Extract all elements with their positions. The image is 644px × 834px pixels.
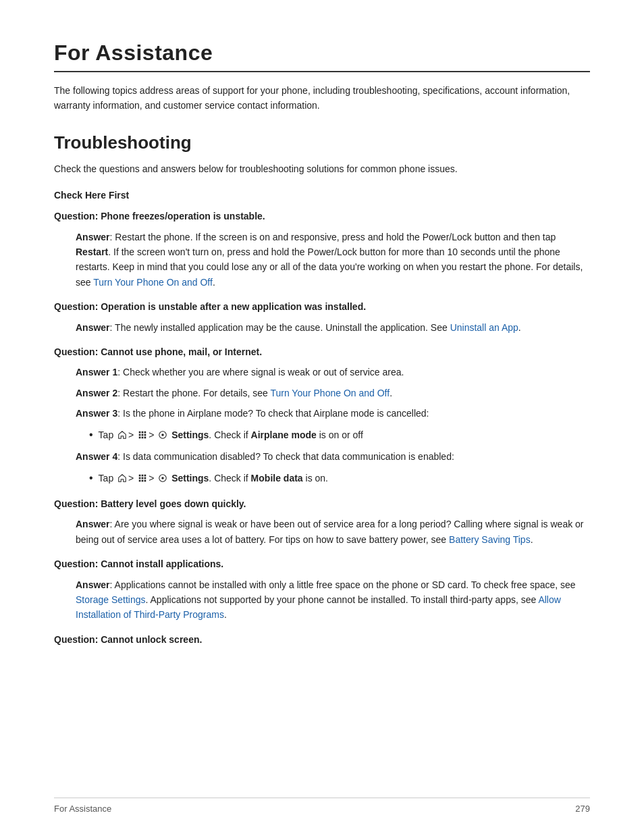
question-5: Question: Cannot install applications. bbox=[54, 556, 590, 571]
intro-text: The following topics address areas of su… bbox=[54, 83, 590, 113]
question-6: Question: Cannot unlock screen. bbox=[54, 632, 590, 647]
settings-icon-2 bbox=[158, 473, 167, 483]
svg-rect-5 bbox=[144, 434, 146, 436]
svg-rect-17 bbox=[139, 480, 141, 482]
answer-label: Answer bbox=[76, 519, 110, 529]
section-title: Troubleshooting bbox=[54, 132, 590, 153]
link-turn-phone-on-off-2[interactable]: Turn Your Phone On and Off bbox=[270, 388, 390, 398]
answer-block-3: Answer 1: Check whether you are where si… bbox=[76, 365, 590, 487]
link-storage-settings[interactable]: Storage Settings bbox=[76, 594, 146, 605]
question-4: Question: Battery level goes down quickl… bbox=[54, 496, 590, 511]
link-third-party-programs[interactable]: Allow Installation of Third-Party Progra… bbox=[76, 594, 561, 620]
footer-right: 279 bbox=[575, 804, 590, 814]
question-label: Question bbox=[54, 498, 95, 509]
svg-rect-3 bbox=[139, 434, 141, 436]
svg-rect-2 bbox=[144, 432, 146, 434]
question-label: Question bbox=[54, 346, 95, 357]
subsection-title: Check Here First bbox=[54, 190, 590, 201]
qa-item-3: Question: Cannot use phone, mail, or Int… bbox=[54, 344, 590, 487]
answer-block-4: Answer: Are you where signal is weak or … bbox=[76, 517, 590, 547]
answer-label: Answer 3 bbox=[76, 408, 117, 419]
section-intro: Check the questions and answers below fo… bbox=[54, 161, 590, 176]
answer-label: Answer bbox=[76, 322, 110, 333]
answer-label: Answer 4 bbox=[76, 451, 117, 462]
svg-rect-18 bbox=[142, 480, 144, 482]
home-icon-2 bbox=[117, 473, 127, 483]
svg-rect-1 bbox=[142, 432, 144, 434]
answer-3-4: Answer 4: Is data communication disabled… bbox=[76, 449, 590, 464]
answer-label: Answer bbox=[76, 232, 110, 242]
svg-rect-12 bbox=[142, 475, 144, 477]
page-footer: For Assistance 279 bbox=[54, 798, 590, 814]
footer-left: For Assistance bbox=[54, 804, 111, 814]
link-turn-phone-on-off-1[interactable]: Turn Your Phone On and Off bbox=[93, 277, 213, 288]
question-1: Question: Phone freezes/operation is uns… bbox=[54, 209, 590, 224]
bullet-airplane: • Tap > bbox=[89, 426, 590, 444]
qa-item-2: Question: Operation is unstable after a … bbox=[54, 299, 590, 335]
question-label: Question bbox=[54, 634, 95, 645]
svg-rect-8 bbox=[144, 437, 146, 439]
answer-3-1: Answer 1: Check whether you are where si… bbox=[76, 365, 590, 380]
bullet-mobile-data: • Tap > bbox=[89, 469, 590, 487]
answer-label: Answer 1 bbox=[76, 367, 117, 377]
question-label: Question bbox=[54, 211, 95, 221]
qa-item-6: Question: Cannot unlock screen. bbox=[54, 632, 590, 647]
svg-rect-15 bbox=[142, 477, 144, 479]
svg-rect-19 bbox=[144, 480, 146, 482]
svg-rect-0 bbox=[139, 432, 141, 434]
page-content: For Assistance The following topics addr… bbox=[0, 0, 644, 710]
check-here-first-section: Check Here First Question: Phone freezes… bbox=[54, 190, 590, 647]
question-3: Question: Cannot use phone, mail, or Int… bbox=[54, 344, 590, 359]
answer-block-1: Answer: Restart the phone. If the screen… bbox=[76, 230, 590, 290]
svg-rect-14 bbox=[139, 477, 141, 479]
apps-icon bbox=[138, 430, 147, 440]
svg-point-21 bbox=[161, 477, 164, 480]
question-label: Question bbox=[54, 301, 95, 312]
bullet-text-mobile-data: Tap > bbox=[99, 471, 328, 486]
answer-label: Answer 2 bbox=[76, 388, 117, 398]
home-icon bbox=[117, 430, 127, 440]
answer-3-3: Answer 3: Is the phone in Airplane mode?… bbox=[76, 406, 590, 421]
link-uninstall-app[interactable]: Uninstall an App bbox=[450, 322, 518, 333]
bullet-dot: • bbox=[89, 426, 93, 444]
main-title: For Assistance bbox=[54, 41, 590, 72]
answer-2: Answer: The newly installed application … bbox=[76, 320, 590, 335]
answer-1: Answer: Restart the phone. If the screen… bbox=[76, 230, 590, 290]
settings-icon bbox=[158, 430, 167, 440]
question-label: Question bbox=[54, 558, 95, 569]
qa-item-5: Question: Cannot install applications. A… bbox=[54, 556, 590, 623]
qa-item-4: Question: Battery level goes down quickl… bbox=[54, 496, 590, 547]
answer-block-2: Answer: The newly installed application … bbox=[76, 320, 590, 335]
svg-rect-16 bbox=[144, 477, 146, 479]
svg-rect-11 bbox=[139, 475, 141, 477]
answer-5: Answer: Applications cannot be installed… bbox=[76, 577, 590, 623]
link-battery-saving-tips[interactable]: Battery Saving Tips bbox=[449, 534, 531, 545]
question-2: Question: Operation is unstable after a … bbox=[54, 299, 590, 314]
bullet-dot: • bbox=[89, 469, 93, 487]
svg-point-10 bbox=[161, 434, 164, 437]
bullet-text-airplane: Tap > bbox=[99, 427, 363, 442]
answer-block-5: Answer: Applications cannot be installed… bbox=[76, 577, 590, 623]
svg-rect-6 bbox=[139, 437, 141, 439]
svg-rect-7 bbox=[142, 437, 144, 439]
svg-rect-13 bbox=[144, 475, 146, 477]
answer-label: Answer bbox=[76, 579, 110, 590]
answer-3-2: Answer 2: Restart the phone. For details… bbox=[76, 386, 590, 400]
apps-icon-2 bbox=[138, 473, 147, 483]
answer-4: Answer: Are you where signal is weak or … bbox=[76, 517, 590, 547]
svg-rect-4 bbox=[142, 434, 144, 436]
qa-item-1: Question: Phone freezes/operation is uns… bbox=[54, 209, 590, 290]
